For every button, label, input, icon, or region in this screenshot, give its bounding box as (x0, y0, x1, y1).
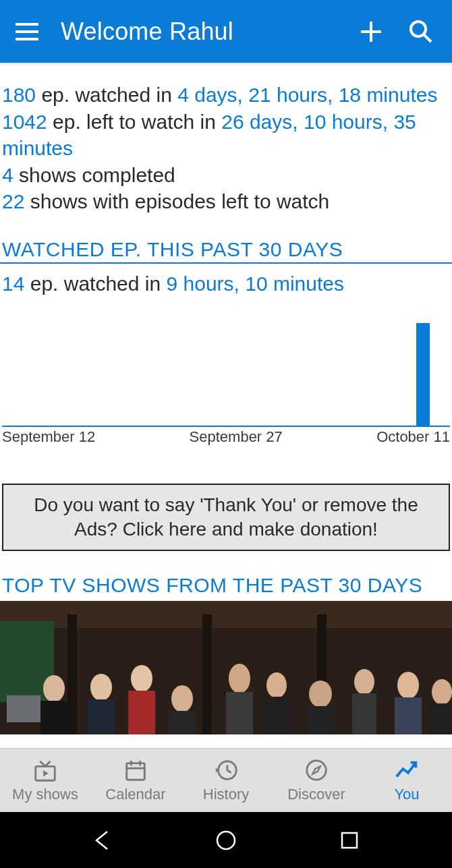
svg-rect-25 (395, 697, 422, 734)
chart-label-mid: September 27 (190, 428, 283, 446)
svg-rect-3 (67, 614, 77, 734)
watch-stats: 180 ep. watched in 4 days, 21 hours, 18 … (0, 63, 452, 215)
stat30-count: 14 (2, 272, 24, 295)
nav-calendar[interactable]: Calendar (90, 757, 181, 803)
svg-rect-9 (40, 701, 67, 734)
stat-completed: 4 shows completed (2, 162, 450, 189)
add-button[interactable] (352, 13, 390, 51)
tv-icon (32, 757, 58, 783)
nav-label: Calendar (105, 786, 165, 803)
top-show-banner[interactable] (0, 601, 452, 734)
section-title-30days: WATCHED EP. THIS PAST 30 DAYS (0, 238, 452, 264)
svg-point-32 (217, 832, 235, 849)
stat-completed-label: shows completed (13, 164, 175, 186)
history-icon (213, 757, 239, 783)
svg-rect-23 (352, 693, 376, 734)
page-title: Welcome Rahul (61, 18, 352, 46)
system-nav (0, 812, 452, 868)
show-banner-image (0, 601, 452, 734)
search-icon (408, 19, 434, 45)
calendar-icon (123, 757, 148, 783)
nav-history[interactable]: History (181, 757, 271, 803)
trend-icon (394, 757, 420, 783)
svg-rect-19 (264, 697, 289, 734)
chart-30days: September 12 September 27 October 11 (0, 297, 452, 446)
svg-rect-29 (127, 763, 145, 780)
svg-point-24 (397, 672, 419, 699)
svg-rect-11 (88, 699, 115, 734)
nav-label: My shows (12, 786, 78, 803)
stat30-time: 9 hours, 10 minutes (167, 272, 344, 295)
back-icon (91, 829, 114, 852)
stat-watched-count: 180 (2, 84, 36, 106)
menu-button[interactable] (12, 17, 42, 47)
stat-left-count: 1042 (2, 111, 47, 133)
stats-30days: 14 ep. watched in 9 hours, 10 minutes (0, 264, 452, 297)
svg-point-18 (266, 672, 287, 698)
svg-point-22 (354, 669, 374, 695)
nav-my-shows[interactable]: My shows (0, 757, 90, 803)
system-back[interactable] (82, 820, 123, 861)
svg-rect-17 (226, 692, 253, 734)
plus-icon (360, 20, 383, 43)
svg-rect-33 (342, 833, 357, 848)
nav-discover[interactable]: Discover (271, 757, 362, 803)
home-icon (215, 829, 237, 852)
chart-bar (416, 323, 430, 426)
stat-watched-label: ep. watched in (36, 84, 177, 106)
svg-point-12 (131, 665, 152, 692)
bottom-nav: My shows Calendar History Discover You (0, 748, 452, 812)
svg-rect-4 (202, 614, 212, 734)
system-home[interactable] (206, 820, 246, 861)
system-recent[interactable] (329, 820, 370, 861)
svg-point-20 (309, 681, 332, 707)
stat-pending-count: 22 (2, 190, 24, 212)
chart-label-start: September 12 (2, 428, 95, 446)
svg-point-31 (307, 761, 327, 780)
svg-point-10 (90, 674, 112, 701)
svg-rect-13 (128, 691, 155, 734)
svg-point-8 (43, 675, 65, 702)
svg-point-0 (411, 22, 426, 36)
svg-point-14 (171, 685, 193, 712)
app-bar: Welcome Rahul (0, 0, 452, 63)
svg-rect-15 (169, 711, 196, 734)
svg-point-16 (229, 664, 250, 693)
search-button[interactable] (402, 13, 440, 51)
compass-icon (304, 757, 329, 783)
svg-rect-7 (7, 695, 40, 722)
svg-rect-27 (430, 703, 452, 734)
chart-bars (2, 324, 450, 427)
hamburger-icon (16, 23, 38, 40)
stat-watched: 180 ep. watched in 4 days, 21 hours, 18 … (2, 82, 450, 109)
section-title-top-shows: TOP TV SHOWS FROM THE PAST 30 DAYS (0, 574, 452, 598)
nav-label: History (203, 786, 249, 803)
nav-label: You (394, 786, 419, 803)
stat-watched-time: 4 days, 21 hours, 18 minutes (177, 84, 437, 106)
stat-left-label: ep. left to watch in (47, 111, 221, 133)
stat-pending-label: shows with episodes left to watch (24, 190, 329, 212)
stat-left: 1042 ep. left to watch in 26 days, 10 ho… (2, 109, 450, 162)
donation-banner[interactable]: Do you want to say 'Thank You' or remove… (2, 484, 450, 552)
nav-label: Discover (287, 786, 345, 803)
stat-pending: 22 shows with episodes left to watch (2, 188, 450, 215)
chart-label-end: October 11 (376, 428, 450, 446)
recent-icon (339, 830, 360, 850)
stat-completed-count: 4 (2, 164, 13, 186)
svg-rect-21 (307, 706, 334, 734)
stat30-label: ep. watched in (24, 272, 166, 295)
chart-x-labels: September 12 September 27 October 11 (2, 427, 450, 446)
nav-you[interactable]: You (362, 757, 452, 803)
svg-point-26 (432, 679, 452, 705)
main-content: 180 ep. watched in 4 days, 21 hours, 18 … (0, 63, 452, 748)
